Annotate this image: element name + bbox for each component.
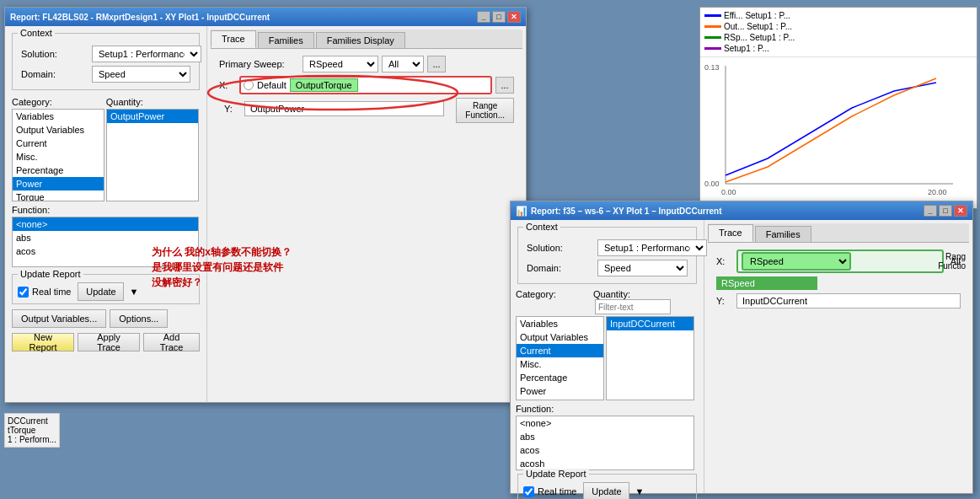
window2-category-list-item[interactable]: Output Variables [517,330,603,344]
add-trace-button[interactable]: Add Trace [143,333,200,351]
window2-x-row: X: RSpeed All [716,250,961,273]
dropdown-arrow[interactable]: ▼ [129,287,138,297]
range-function-btn[interactable]: Range Function... [456,98,514,123]
quantity-list-item[interactable]: OutputPower [107,110,198,123]
category-list-item[interactable]: Current [13,137,104,150]
window2-realtime-checkbox[interactable] [523,486,534,497]
window2-tab-families[interactable]: Families [755,226,811,242]
window2-domain-select[interactable]: Speed [597,260,688,276]
tab-trace[interactable]: Trace [211,30,256,48]
options-button[interactable]: Options... [110,309,168,328]
solution-select[interactable]: Setup1 : Performance [92,46,201,62]
window2-close-btn[interactable]: ✕ [954,205,967,217]
x-radio[interactable] [244,80,254,90]
category-list-item[interactable]: Misc. [13,150,104,164]
window2-function-list[interactable]: <none>absacosacoshang_degang_radasinasin… [516,416,694,470]
window2-category-list-item[interactable]: Percentage [517,371,603,384]
window2-category-list-item[interactable]: Power [517,384,603,398]
realtime-checkbox[interactable] [18,287,29,298]
domain-row: Domain: Speed [21,66,190,83]
window2-category-list-item[interactable]: Torque [517,398,603,400]
legend-label-2: Out... Setup1 : P... [724,22,792,31]
y-row-container: Y: OutputPower Range Function... [219,98,514,123]
new-report-button[interactable]: New Report [12,333,74,351]
tab-families-display[interactable]: Families Display [316,32,405,48]
window2-quantity-label: Quantity: [593,289,699,314]
primary-sweep-dots-btn[interactable]: ... [427,56,446,72]
annotation-chinese: 为什么 我的x轴参数不能切换？ 是我哪里设置有问题还是软件 没解密好？ [152,244,292,290]
window2-x-field-container: RSpeed [736,250,944,273]
quantity-list[interactable]: OutputPower [106,109,199,201]
series-label-1: DCCurrent [8,416,56,426]
legend-color-4 [704,47,721,50]
window2-title-container: 📊 Report: f35 – ws-6 – XY Plot 1 – Input… [516,206,722,217]
window2-function-list-item[interactable]: <none> [517,416,693,430]
function-list-item[interactable]: <none> [13,217,198,231]
window2-function-list-item[interactable]: abs [517,430,693,443]
tab-families[interactable]: Families [258,32,314,48]
maximize-btn[interactable]: □ [492,11,506,23]
window2-dropdown-arrow[interactable]: ▼ [635,486,644,496]
quantity-filter-input[interactable] [595,299,671,314]
window2-tab-trace[interactable]: Trace [708,224,753,242]
window2-title: Report: f35 – ws-6 – XY Plot 1 – InputDC… [531,207,722,216]
legend-label-1: Effi... Setup1 : P... [724,11,790,20]
window2-category-list[interactable]: VariablesOutput VariablesCurrentMisc.Per… [516,316,604,400]
window2-quantity-list[interactable]: InputDCCurrent [606,316,694,400]
window2-range-label: Rang Functio [938,252,966,271]
x-field-container: Default OutputTorque [239,76,492,94]
category-list-item[interactable]: Variables [13,110,104,123]
domain-select[interactable]: Speed [92,66,190,83]
window2-maximize-btn[interactable]: □ [939,205,952,217]
apply-trace-button[interactable]: Apply Trace [78,333,140,351]
svg-text:0.00: 0.00 [721,188,736,196]
output-variables-button[interactable]: Output Variables... [12,309,106,328]
solution-label: Solution: [21,49,88,59]
window2-minimize-btn[interactable]: _ [924,205,937,217]
category-list-item[interactable]: Output Variables [13,123,104,137]
bottom-buttons-row1: Output Variables... Options... [12,309,200,328]
domain-label: Domain: [21,69,88,79]
primary-sweep-all[interactable]: All [382,56,424,72]
window2-rspeed-item[interactable]: RSpeed [716,276,817,290]
range-function-area: Range Function... [456,98,514,123]
window2-titlebar[interactable]: 📊 Report: f35 – ws-6 – XY Plot 1 – Input… [511,201,972,220]
window2-category-list-item[interactable]: Variables [517,317,603,330]
trace-tabs: Trace Families Families Display [211,30,522,49]
chart-legend: Effi... Setup1 : P... Out... Setup1 : P.… [700,8,977,57]
context-label: Context [18,28,55,38]
category-list-item[interactable]: Torque [13,190,104,201]
update-button[interactable]: Update [78,282,124,301]
chart-svg: 0.13 0.00 0.00 20.00 [700,57,977,201]
category-list-item[interactable]: Percentage [13,164,104,177]
window2-update-label: Update Report [523,469,589,479]
category-list[interactable]: VariablesOutput VariablesCurrentMisc.Per… [12,109,104,201]
realtime-label: Real time [32,287,71,297]
bottom-buttons-row2: New Report Apply Trace Add Trace [12,333,200,351]
window2-context-section: Context Solution: Setup1 : Performance D… [517,227,697,284]
legend-label-3: RSp... Setup1 : P... [724,33,795,42]
x-dots-btn[interactable]: ... [495,77,514,94]
primary-sweep-row: Primary Sweep: RSpeed All ... [219,56,514,72]
window2-update-button[interactable]: Update [583,482,629,499]
window2-solution-select[interactable]: Setup1 : Performance [597,239,707,256]
y-label: Y: [224,104,241,114]
category-list-item[interactable]: Power [13,177,104,190]
window1-titlebar[interactable]: Report: FL42BLS02 - RMxprtDesign1 - XY P… [5,8,526,26]
window2-solution-label: Solution: [527,243,594,253]
primary-sweep-select[interactable]: RSpeed [303,56,378,72]
window2-category-list-item[interactable]: Current [517,344,603,357]
window2-x-select[interactable]: RSpeed [742,252,851,271]
window2-quantity-list-item[interactable]: InputDCCurrent [607,317,693,330]
minimize-btn[interactable]: _ [477,11,490,23]
window2-function-list-item[interactable]: acos [517,443,693,457]
function-list-item[interactable]: abs [13,231,198,244]
close-btn[interactable]: ✕ [507,11,521,23]
window2-realtime-label: Real time [538,486,576,496]
window2-category-list-item[interactable]: Misc. [517,357,603,371]
legend-label-4: Setup1 : P... [724,44,769,53]
window2-domain-label: Domain: [527,263,594,273]
window1: Report: FL42BLS02 - RMxprtDesign1 - XY P… [4,7,527,403]
window2-context-label: Context [523,222,560,232]
legend-color-1 [704,14,721,17]
